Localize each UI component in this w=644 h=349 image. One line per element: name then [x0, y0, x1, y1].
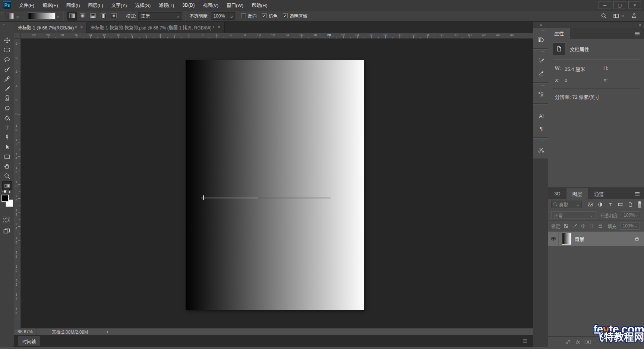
horizontal-ruler[interactable]: 2220181614121086420246810121416182022242…: [21, 33, 533, 39]
quick-mask-button[interactable]: [3, 216, 10, 224]
tool-presets-panel-icon[interactable]: [533, 144, 549, 156]
vertical-ruler[interactable]: 2024681012141618202224262830323436: [14, 39, 21, 328]
rectangular-marquee-tool[interactable]: [2, 45, 12, 54]
brush-settings-panel-icon[interactable]: [533, 54, 549, 67]
layer-fill-value[interactable]: 100%⌄: [620, 222, 640, 230]
checkbox-透明区域[interactable]: ✓透明区域: [283, 13, 307, 19]
panel-group-grip[interactable]: [536, 106, 545, 107]
timeline-tab[interactable]: 时间轴: [18, 336, 40, 346]
eraser-tool[interactable]: [2, 104, 12, 113]
gradient-picker-chevron-icon[interactable]: ⌄: [55, 13, 60, 19]
pen-tool[interactable]: [2, 133, 12, 142]
close-button[interactable]: ×: [628, 1, 641, 9]
lock-move-button[interactable]: [581, 223, 586, 229]
zoom-tool[interactable]: [2, 172, 12, 180]
layer-filter-select[interactable]: 类型 ⌄: [551, 201, 582, 208]
lock-artboard-button[interactable]: [589, 223, 594, 229]
menu-item-7[interactable]: 滤镜(T): [155, 0, 178, 10]
layer-opacity-value[interactable]: 100%⌄: [621, 211, 640, 219]
menu-item-4[interactable]: 图层(L): [84, 0, 107, 10]
menu-item-5[interactable]: 文字(Y): [107, 0, 131, 10]
tab-close-icon[interactable]: ×: [80, 25, 83, 30]
canvas-area[interactable]: [21, 39, 533, 328]
layer-filter-toggle[interactable]: [638, 201, 641, 208]
clone-stamp-tool[interactable]: [2, 94, 12, 103]
layer-row-background[interactable]: 背景: [548, 232, 644, 246]
menu-item-6[interactable]: 选择(S): [131, 0, 155, 10]
layer-visibility-toggle[interactable]: [548, 232, 559, 246]
checkbox-反向[interactable]: 反向: [241, 13, 257, 19]
checkbox-box[interactable]: [241, 13, 246, 18]
checkbox-仿色[interactable]: ✓仿色: [262, 13, 278, 19]
link-icon[interactable]: [565, 339, 571, 345]
lock-transparent-button[interactable]: [564, 223, 569, 229]
lock-paint-button[interactable]: [572, 223, 577, 229]
hand-tool[interactable]: [2, 162, 12, 171]
menu-item-9[interactable]: 视图(V): [199, 0, 222, 10]
strip-expand-button[interactable]: «: [533, 22, 548, 28]
layer-name[interactable]: 背景: [575, 235, 584, 242]
menu-item-1[interactable]: 文件(F): [15, 0, 38, 10]
layer-blend-mode-select[interactable]: 正常⌄: [551, 211, 596, 219]
clone-source-panel-icon[interactable]: [533, 88, 549, 101]
tab-图层[interactable]: 图层: [566, 188, 588, 199]
options-grip[interactable]: [1, 12, 4, 20]
radial-gradient-button[interactable]: [78, 12, 87, 21]
fx-icon[interactable]: fx: [576, 339, 580, 345]
tool-preset-picker[interactable]: ⌄: [5, 12, 22, 21]
tab-3D[interactable]: 3D: [548, 188, 566, 199]
minimize-button[interactable]: ─: [599, 1, 611, 9]
checkbox-box[interactable]: ✓: [262, 13, 267, 18]
tab-properties[interactable]: 属性: [548, 28, 570, 39]
tab-close-icon[interactable]: ×: [218, 25, 221, 30]
lasso-tool[interactable]: [2, 55, 12, 64]
move-tool[interactable]: [2, 36, 12, 45]
screen-mode-button[interactable]: [3, 227, 10, 235]
opacity-value[interactable]: 100%: [211, 12, 229, 20]
linear-gradient-button[interactable]: [67, 12, 77, 21]
panel-group-grip[interactable]: [536, 85, 545, 86]
mask-icon[interactable]: [585, 339, 591, 345]
timeline-menu-icon[interactable]: [522, 338, 528, 344]
history-panel-icon[interactable]: [533, 33, 549, 46]
paint-bucket-tool[interactable]: [2, 113, 12, 122]
pixel-filter-button[interactable]: [586, 201, 595, 208]
reflected-gradient-button[interactable]: [98, 12, 108, 21]
menu-item-11[interactable]: 帮助(H): [247, 0, 271, 10]
type-filter-button[interactable]: T: [606, 201, 615, 208]
gradient-preview[interactable]: [28, 13, 55, 19]
panel-group-grip[interactable]: [536, 51, 545, 52]
type-tool[interactable]: T: [2, 123, 12, 132]
foreground-color-swatch[interactable]: [1, 195, 9, 202]
checkbox-box[interactable]: ✓: [283, 13, 288, 18]
paragraph-panel-icon[interactable]: ¶: [533, 122, 549, 135]
dock-collapse-button[interactable]: »: [548, 22, 644, 28]
tools-collapse-button[interactable]: »: [0, 22, 14, 28]
properties-menu-icon[interactable]: [634, 31, 640, 37]
foreground-background-colors[interactable]: [1, 195, 13, 207]
y-value[interactable]: [613, 78, 640, 83]
opacity-chevron[interactable]: ⌄: [229, 12, 235, 20]
menu-item-10[interactable]: 窗口(W): [222, 0, 247, 10]
path-selection-tool[interactable]: [2, 142, 12, 151]
adjustment-filter-button[interactable]: [596, 201, 605, 208]
menu-item-2[interactable]: 编辑(E): [38, 0, 62, 10]
quick-selection-tool[interactable]: [2, 65, 12, 74]
character-panel-icon[interactable]: A: [533, 110, 549, 122]
eyedropper-tool[interactable]: [2, 75, 12, 84]
zoom-level-field[interactable]: 66.67%: [14, 329, 37, 334]
menu-item-3[interactable]: 图像(I): [62, 0, 84, 10]
x-value[interactable]: 0: [565, 78, 603, 83]
status-options-chevron-icon[interactable]: ›: [107, 329, 108, 334]
menu-item-8[interactable]: 3D(D): [178, 0, 199, 10]
document-tab-1[interactable]: 未标题-1 @ 66.7%(RGB/8#) *×: [14, 22, 87, 33]
smart-object-filter-button[interactable]: [626, 201, 635, 208]
gradient-tool[interactable]: [2, 181, 12, 190]
rectangle-tool[interactable]: [2, 152, 12, 161]
w-value[interactable]: 25.4 厘米: [565, 65, 603, 72]
layers-menu-icon[interactable]: [634, 191, 640, 197]
angle-gradient-button[interactable]: [88, 12, 98, 21]
layer-thumbnail[interactable]: [562, 233, 571, 245]
panel-group-grip[interactable]: [536, 140, 545, 141]
document-tab-2[interactable]: 未标题-1-恢复的-恢复的.psd @ 66.7% (椭圆 1 拷贝, RGB/…: [87, 22, 224, 33]
